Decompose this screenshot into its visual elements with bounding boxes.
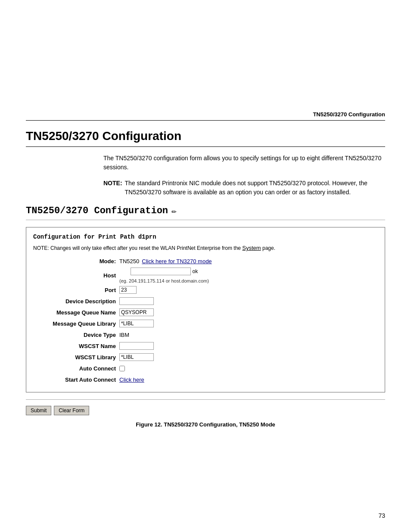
page-title-section: TN5250/3270 Configuration [26, 129, 385, 147]
device-type-value: IBM [119, 332, 129, 338]
start-auto-connect-link[interactable]: Click here [119, 376, 144, 383]
wscst-lib-value [119, 353, 154, 361]
auto-connect-value [119, 366, 125, 371]
device-desc-input[interactable] [119, 297, 154, 305]
device-type-row: Device Type IBM [33, 330, 378, 339]
msg-queue-lib-value [119, 320, 154, 327]
port-value [119, 286, 137, 294]
host-row: Host ok (eg. 204.191.175.114 or host.dom… [33, 268, 378, 283]
form-table: Mode: TN5250 Click here for TN3270 mode … [33, 256, 378, 384]
auto-connect-row: Auto Connect [33, 364, 378, 373]
tn3270-mode-link[interactable]: Click here for TN3270 mode [142, 258, 212, 264]
host-hint: (eg. 204.191.175.114 or host.domain.com) [119, 278, 209, 283]
config-note-text: NOTE: Changes will only take effect afte… [33, 245, 241, 251]
config-box-title: Configuration for Print Path d1prn [33, 233, 378, 240]
port-label: Port [33, 287, 119, 293]
wscst-name-input[interactable] [119, 342, 154, 350]
header-area: TN5250/3270 Configuration [0, 0, 411, 121]
wscst-name-label: WSCST Name [33, 343, 119, 349]
note-text: The standard Printronix NIC module does … [125, 179, 385, 197]
msg-queue-row: Message Queue Name [33, 308, 378, 317]
section-divider [26, 220, 385, 220]
device-type-label: Device Type [33, 332, 119, 338]
msg-queue-value [119, 308, 154, 316]
intro-text: The TN5250/3270 configuration form allow… [103, 154, 385, 172]
header-divider [26, 120, 385, 121]
config-note-suffix: page. [262, 245, 275, 251]
msg-queue-lib-label: Message Queue Library [33, 320, 119, 327]
note-block: NOTE: The standard Printronix NIC module… [103, 179, 385, 197]
wscst-name-value [119, 342, 154, 350]
wscst-lib-label: WSCST Library [33, 354, 119, 361]
section-heading-text: TN5250/3270 Configuration [26, 205, 168, 216]
host-ok-text: ok [193, 268, 198, 274]
device-type-text: IBM [119, 332, 129, 338]
wscst-lib-row: WSCST Library [33, 352, 378, 362]
msg-queue-input[interactable] [119, 308, 154, 316]
port-row: Port [33, 285, 378, 295]
device-desc-label: Device Description [33, 298, 119, 305]
config-note: NOTE: Changes will only take effect afte… [33, 245, 378, 251]
page-container: TN5250/3270 Configuration TN5250/3270 Co… [0, 0, 411, 532]
submit-button[interactable]: Submit [26, 406, 51, 415]
device-desc-row: Device Description [33, 296, 378, 306]
figure-caption: Figure 12. TN5250/3270 Configuration, TN… [26, 421, 385, 428]
config-box: Configuration for Print Path d1prn NOTE:… [26, 227, 385, 392]
msg-queue-lib-row: Message Queue Library [33, 319, 378, 328]
edit-icon: ✏️ [171, 205, 177, 216]
start-auto-connect-label: Start Auto Connect [33, 376, 119, 383]
start-auto-connect-row: Start Auto Connect Click here [33, 375, 378, 384]
page-title: TN5250/3270 Configuration [26, 129, 385, 143]
separator-hr [26, 399, 385, 400]
header-rule-label: TN5250/3270 Configuration [26, 111, 385, 118]
wscst-lib-input[interactable] [119, 353, 154, 361]
main-content: TN5250/3270 Configuration The TN5250/327… [0, 129, 411, 454]
note-label: NOTE: [103, 179, 122, 197]
host-input[interactable] [131, 268, 191, 275]
buttons-area: Submit Clear Form [26, 406, 385, 415]
msg-queue-lib-input[interactable] [119, 320, 154, 327]
mode-label: Mode: [33, 258, 119, 264]
start-auto-connect-value: Click here [119, 376, 144, 383]
clear-button[interactable]: Clear Form [54, 406, 89, 415]
system-link[interactable]: System [242, 245, 261, 251]
wscst-name-row: WSCST Name [33, 341, 378, 351]
page-number: 73 [378, 512, 385, 519]
mode-row: Mode: TN5250 Click here for TN3270 mode [33, 256, 378, 266]
title-divider [26, 146, 385, 147]
auto-connect-label: Auto Connect [33, 365, 119, 372]
mode-text: TN5250 [119, 258, 139, 264]
auto-connect-checkbox[interactable] [119, 366, 125, 371]
device-desc-value [119, 297, 154, 305]
host-input-row: ok [131, 268, 198, 275]
host-label: Host [33, 272, 119, 279]
host-value-area: ok (eg. 204.191.175.114 or host.domain.c… [119, 268, 209, 283]
port-input[interactable] [119, 286, 137, 294]
section-heading: TN5250/3270 Configuration ✏️ [26, 205, 385, 216]
msg-queue-label: Message Queue Name [33, 309, 119, 316]
mode-value: TN5250 Click here for TN3270 mode [119, 258, 212, 264]
